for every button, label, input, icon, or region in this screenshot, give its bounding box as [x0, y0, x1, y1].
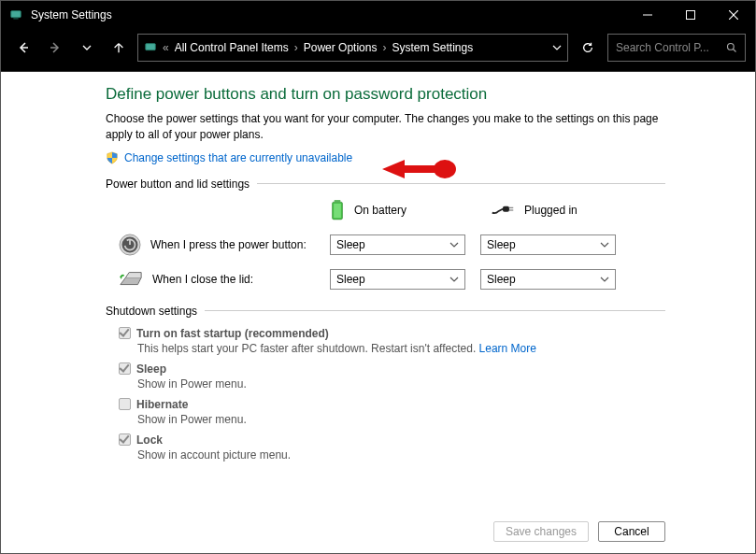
up-button[interactable]: [106, 35, 132, 61]
address-bar[interactable]: « All Control Panel Items › Power Option…: [137, 34, 568, 62]
change-settings-link[interactable]: Change settings that are currently unava…: [124, 151, 352, 164]
maximize-button[interactable]: [669, 1, 712, 29]
search-icon: [726, 42, 737, 53]
forward-button[interactable]: [42, 35, 68, 61]
select-power-battery[interactable]: Sleep: [330, 234, 465, 255]
svg-rect-14: [503, 206, 509, 211]
titlebar: System Settings: [1, 1, 755, 29]
breadcrumb-2[interactable]: Power Options: [304, 41, 378, 54]
checkbox-hibernate: [119, 398, 131, 410]
checkbox-fast-startup: [119, 327, 131, 339]
shutdown-item-hibernate: Hibernate Show in Power menu.: [119, 398, 665, 426]
label-plugged-in: Plugged in: [524, 204, 578, 217]
search-input[interactable]: Search Control P...: [607, 34, 746, 62]
window-title: System Settings: [31, 8, 626, 21]
label-lock: Lock: [136, 433, 163, 447]
search-placeholder: Search Control P...: [616, 41, 726, 54]
back-button[interactable]: [10, 35, 36, 61]
breadcrumb-prefix: «: [161, 41, 171, 54]
content-area: Define power buttons and turn on passwor…: [1, 72, 755, 462]
select-power-plugged[interactable]: Sleep: [480, 234, 616, 255]
page-heading: Define power buttons and turn on passwor…: [106, 85, 665, 104]
column-plugged-in: Plugged in: [491, 204, 578, 217]
label-on-battery: On battery: [354, 204, 407, 217]
select-lid-plugged[interactable]: Sleep: [480, 269, 616, 290]
sub-fast-startup: This helps start your PC faster after sh…: [137, 342, 479, 355]
divider: [205, 310, 665, 311]
close-button[interactable]: [712, 1, 755, 29]
svg-rect-1: [13, 19, 18, 20]
checkbox-sleep: [119, 362, 131, 375]
location-icon: [144, 41, 157, 54]
sub-hibernate: Show in Power menu.: [137, 413, 665, 426]
column-on-battery: On battery: [330, 200, 407, 220]
breadcrumb-3[interactable]: System Settings: [392, 41, 473, 54]
select-lid-battery[interactable]: Sleep: [330, 269, 465, 290]
group-shutdown-title: Shutdown settings: [106, 305, 197, 318]
navbar: « All Control Panel Items › Power Option…: [1, 29, 755, 72]
minimize-button[interactable]: [626, 1, 669, 29]
footer-buttons: Save changes Cancel: [493, 521, 665, 542]
label-close-lid: When I close the lid:: [152, 273, 253, 286]
chevron-right-icon[interactable]: ›: [292, 41, 300, 54]
shutdown-item-sleep: Sleep Show in Power menu.: [119, 362, 665, 391]
app-icon: [8, 7, 23, 22]
svg-rect-11: [335, 200, 341, 202]
refresh-button[interactable]: [574, 34, 602, 62]
power-icon: [119, 234, 141, 256]
svg-rect-13: [334, 204, 341, 218]
label-hibernate: Hibernate: [136, 398, 188, 411]
cancel-button[interactable]: Cancel: [598, 521, 665, 542]
breadcrumb-1[interactable]: All Control Panel Items: [175, 41, 289, 54]
sub-sleep: Show in Power menu.: [137, 377, 665, 391]
shield-icon: [106, 151, 119, 164]
label-power-button: When I press the power button:: [150, 238, 307, 251]
label-sleep: Sleep: [136, 362, 166, 376]
label-fast-startup: Turn on fast startup (recommended): [136, 327, 329, 340]
save-changes-button: Save changes: [493, 521, 589, 542]
svg-rect-3: [687, 11, 695, 20]
svg-rect-8: [146, 43, 156, 50]
checkbox-lock: [119, 433, 131, 446]
group-power-title: Power button and lid settings: [106, 178, 250, 191]
battery-icon: [330, 200, 345, 220]
svg-line-10: [734, 49, 736, 51]
shutdown-item-lock: Lock Show in account picture menu.: [119, 433, 665, 462]
shutdown-item-fast-startup: Turn on fast startup (recommended) This …: [119, 327, 665, 355]
recent-dropdown[interactable]: [74, 35, 100, 61]
address-dropdown[interactable]: [552, 43, 562, 52]
svg-rect-0: [11, 11, 21, 18]
svg-point-9: [728, 43, 735, 50]
chevron-right-icon[interactable]: ›: [380, 41, 388, 54]
page-description: Choose the power settings that you want …: [106, 111, 665, 144]
plug-icon: [491, 204, 515, 217]
sub-lock: Show in account picture menu.: [137, 448, 665, 462]
lid-icon: [119, 270, 143, 289]
learn-more-link[interactable]: Learn More: [479, 342, 536, 355]
divider: [257, 183, 665, 184]
